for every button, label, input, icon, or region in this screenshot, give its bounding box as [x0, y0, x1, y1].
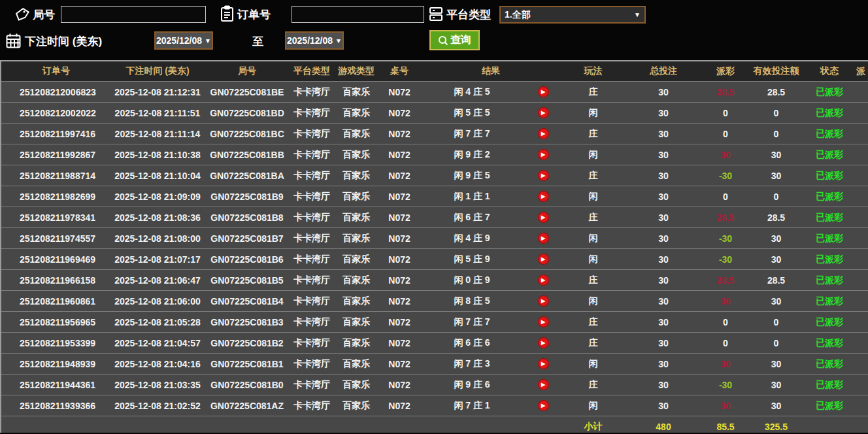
platform-cell: 卡卡湾厅: [290, 228, 333, 249]
bet-time-cell: 2025-12-08 21:09:09: [111, 186, 204, 207]
status-cell: 已派彩: [804, 124, 855, 144]
valid-bet-cell: 30: [748, 228, 804, 249]
replay-play-icon[interactable]: ▶: [538, 107, 549, 118]
replay-play-icon[interactable]: ▶: [538, 149, 549, 160]
empty-cell: [333, 416, 379, 433]
round-no-cell: GN07225C081B2: [204, 333, 290, 354]
date-to-select[interactable]: 2025/12/08 ▼: [285, 31, 344, 50]
game-type-cell: 百家乐: [333, 82, 379, 103]
result-cell: 闲 5 庄 9: [420, 249, 524, 270]
result-cell: 闲 1 庄 1: [420, 186, 524, 207]
bet-time-cell: 2025-12-08 21:03:35: [111, 375, 204, 395]
total-bet-cell: 30: [624, 186, 703, 207]
empty-cell: [804, 416, 855, 433]
valid-bet-cell: 30: [748, 395, 804, 416]
replay-play-icon[interactable]: ▶: [538, 191, 549, 202]
status-cell: 已派彩: [804, 395, 855, 416]
round-no-label: 局号: [33, 7, 55, 22]
table-header-row: 订单号下注时间 (美东)局号平台类型游戏类型桌号结果玩法总投注派彩有效投注额状态…: [1, 61, 868, 82]
status-cell: 已派彩: [804, 82, 855, 103]
extra-cell: [855, 291, 868, 312]
bet-time-cell: 2025-12-08 21:02:52: [111, 395, 204, 416]
date-from-select[interactable]: 2025/12/08 ▼: [154, 31, 213, 50]
status-cell: 已派彩: [804, 333, 855, 354]
valid-bet-cell: 0: [748, 124, 804, 144]
replay-play-icon[interactable]: ▶: [538, 128, 549, 139]
round-no-cell: GN07225C081B5: [204, 270, 290, 291]
replay-play-icon[interactable]: ▶: [538, 233, 549, 244]
replay-play-icon[interactable]: ▶: [538, 400, 549, 411]
table-row: 2512082119887142025-12-08 21:10:04GN0722…: [1, 165, 868, 186]
play-type-cell: 闲: [562, 103, 624, 124]
platform-type-select[interactable]: 1.全部 ▼: [499, 6, 646, 24]
payout-cell: 0: [703, 312, 748, 333]
total-bet-cell: 30: [624, 144, 703, 165]
replay-play-icon[interactable]: ▶: [538, 337, 549, 348]
empty-cell: [524, 416, 562, 433]
total-bet-cell: 30: [624, 395, 703, 416]
replay-play-icon[interactable]: ▶: [538, 86, 549, 97]
search-icon: [438, 35, 448, 46]
order-no-cell: 251208211948939: [1, 354, 111, 375]
replay-play-icon[interactable]: ▶: [538, 170, 549, 181]
play-type-cell: 庄: [562, 312, 624, 333]
replay-play-icon[interactable]: ▶: [538, 358, 549, 369]
total-bet-cell: 30: [624, 312, 703, 333]
total-bet-cell: 30: [624, 228, 703, 249]
game-type-cell: 百家乐: [333, 103, 379, 124]
replay-play-icon[interactable]: ▶: [538, 295, 549, 307]
replay-play-icon[interactable]: ▶: [538, 212, 549, 223]
chevron-down-icon: ▼: [634, 11, 641, 18]
valid-bet-cell: 0: [748, 333, 804, 354]
platform-cell: 卡卡湾厅: [290, 207, 333, 228]
round-no-input[interactable]: [61, 6, 206, 23]
play-type-cell: 闲: [562, 354, 624, 375]
extra-cell: [855, 144, 868, 165]
game-type-cell: 百家乐: [333, 124, 379, 144]
query-button-label: 查询: [450, 33, 471, 47]
column-header: 下注时间 (美东): [111, 61, 204, 82]
payout-cell: -30: [703, 165, 748, 186]
game-type-cell: 百家乐: [333, 249, 379, 270]
payout-cell: 0: [703, 103, 748, 124]
order-no-cell: 251208211997416: [1, 124, 111, 144]
empty-cell: [420, 416, 524, 433]
game-type-cell: 百家乐: [333, 207, 379, 228]
result-cell: 闲 5 庄 5: [420, 103, 524, 124]
bet-time-label: 下注时间 (美东): [25, 34, 102, 49]
round-no-cell: GN07225C081B1: [204, 354, 290, 375]
game-type-cell: 百家乐: [333, 144, 379, 165]
table-no-cell: N072: [379, 144, 420, 165]
table-no-cell: N072: [379, 103, 420, 124]
replay-play-icon[interactable]: ▶: [538, 275, 549, 286]
subtotal-row: 小计48085.5325.5: [1, 416, 868, 433]
subtotal-row-label: 小计: [562, 416, 624, 433]
order-no-input[interactable]: [292, 6, 424, 23]
query-button[interactable]: 查询: [429, 30, 480, 50]
order-no-cell: 251208211966158: [1, 270, 111, 291]
replay-cell: ▶: [524, 312, 562, 333]
replay-cell: ▶: [524, 207, 562, 228]
replay-play-icon[interactable]: ▶: [538, 316, 549, 327]
game-type-cell: 百家乐: [333, 395, 379, 416]
column-header: 平台类型: [290, 61, 333, 82]
replay-cell: ▶: [524, 291, 562, 312]
round-no-cell: GN07225C081B3: [204, 312, 290, 333]
platform-cell: 卡卡湾厅: [290, 312, 333, 333]
platform-cell: 卡卡湾厅: [290, 144, 333, 165]
payout-cell: 28.5: [703, 270, 748, 291]
order-no-cell: 251208211982699: [1, 186, 111, 207]
play-type-cell: 庄: [562, 82, 624, 103]
replay-play-icon[interactable]: ▶: [538, 379, 549, 390]
order-no-cell: 251208211953399: [1, 333, 111, 354]
payout-cell: 30: [703, 144, 748, 165]
replay-cell: ▶: [524, 228, 562, 249]
payout-cell: 0: [703, 186, 748, 207]
replay-play-icon[interactable]: ▶: [538, 254, 549, 265]
status-cell: 已派彩: [804, 249, 855, 270]
platform-cell: 卡卡湾厅: [290, 124, 333, 144]
table-no-cell: N072: [379, 82, 420, 103]
total-bet-cell: 30: [624, 207, 703, 228]
payout-cell: -30: [703, 249, 748, 270]
round-no-cell: GN07225C081BB: [204, 144, 290, 165]
